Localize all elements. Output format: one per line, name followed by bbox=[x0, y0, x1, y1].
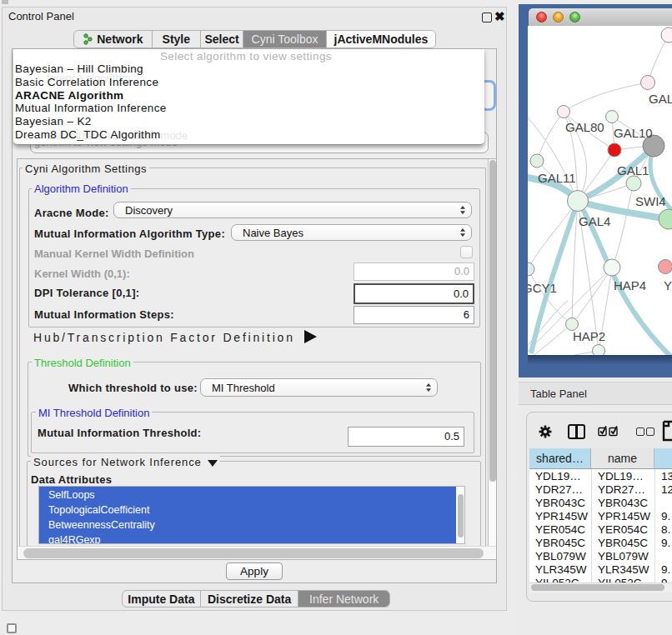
svg-text:GAL80: GAL80 bbox=[565, 120, 604, 134]
svg-text:GAL7: GAL7 bbox=[649, 92, 672, 106]
svg-text:GAL4: GAL4 bbox=[579, 214, 610, 228]
svg-text:HAP4: HAP4 bbox=[614, 278, 646, 292]
svg-text:GAL10: GAL10 bbox=[614, 126, 653, 140]
svg-text:HAP2: HAP2 bbox=[573, 329, 605, 343]
svg-text:GAL11: GAL11 bbox=[538, 171, 576, 185]
svg-text:YM: YM bbox=[664, 278, 672, 292]
svg-text:GCY1: GCY1 bbox=[528, 281, 557, 295]
svg-text:GAL1: GAL1 bbox=[617, 163, 649, 178]
svg-text:SWI4: SWI4 bbox=[635, 194, 666, 208]
